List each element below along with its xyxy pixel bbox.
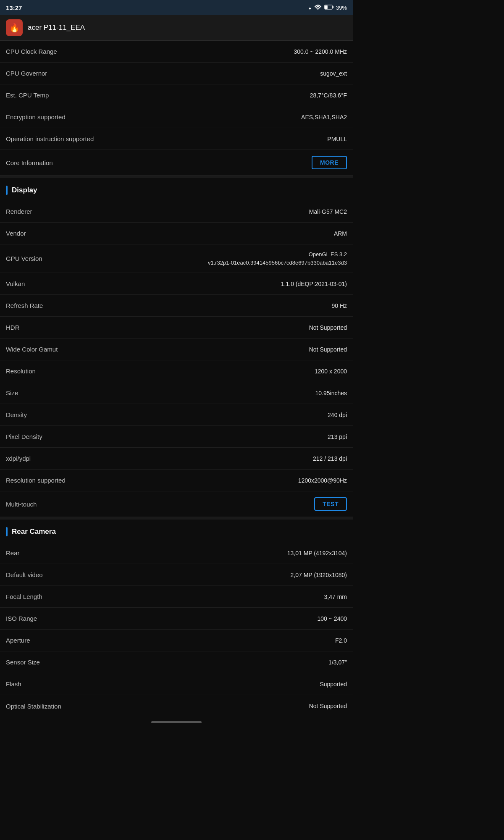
multitouch-label: Multi-touch [6, 501, 37, 508]
nav-bar [0, 717, 353, 727]
app-icon-glyph: 🔥 [9, 23, 20, 33]
optical-stabilization-row: Optical Stabilization Not Supported [0, 695, 353, 717]
core-information-label: Core Information [6, 159, 53, 166]
encryption-value: AES,SHA1,SHA2 [71, 114, 347, 121]
renderer-label: Renderer [6, 208, 32, 215]
gpu-version-value: OpenGL ES 3.2v1.r32p1-01eac0.394145956bc… [47, 250, 347, 267]
cpu-governor-value: sugov_ext [52, 70, 347, 77]
optical-stabilization-label: Optical Stabilization [6, 703, 61, 710]
cpu-temp-value: 28,7°C/83,6°F [54, 92, 347, 99]
core-information-button[interactable]: MORE [312, 156, 347, 169]
aperture-value: F2.0 [35, 637, 347, 644]
rear-value: 13,01 MP (4192x3104) [25, 550, 347, 556]
density-row: Density 240 dpi [0, 404, 353, 426]
core-information-row: Core Information MORE [0, 150, 353, 176]
wifi-icon [314, 4, 322, 11]
battery-indicator [324, 5, 333, 11]
svg-rect-2 [333, 6, 333, 8]
vulkan-label: Vulkan [6, 280, 25, 287]
resolution-row: Resolution 504 x 840 [0, 360, 353, 382]
default-video-label: Default video [6, 571, 43, 578]
vendor-row: Vendor ARM [0, 223, 353, 244]
encryption-label: Encryption supported [6, 113, 66, 121]
display-section: Display Renderer Mali-G57 MC2 Vendor ARM… [0, 178, 353, 517]
resolution-label: Resolution [6, 368, 36, 375]
cpu-governor-row: CPU Governor sugov_ext [0, 63, 353, 84]
operation-instruction-row: Operation instruction supported PMULL [0, 128, 353, 150]
gpu-version-label: GPU Version [6, 255, 42, 262]
resolution-supported-value: 504x840@90Hz [71, 477, 347, 484]
app-title: acer P11-11_EEA [28, 24, 85, 32]
status-icons: ⬥ 39% [308, 4, 347, 11]
sensor-size-row: Sensor Size 1/3,07" [0, 651, 353, 673]
aperture-row: Aperture F2.0 [0, 630, 353, 651]
rear-camera-section: Rear Camera Rear 13,01 MP (4192x3104) De… [0, 520, 353, 717]
gpu-version-row: GPU Version OpenGL ES 3.2v1.r32p1-01eac0… [0, 244, 353, 273]
operation-instruction-label: Operation instruction supported [6, 135, 94, 142]
hdr-row: HDR Not Supported [0, 317, 353, 339]
iso-range-label: ISO Range [6, 615, 37, 622]
cpu-clock-range-row: CPU Clock Range 300.0 ~ 2200.0 MHz [0, 41, 353, 63]
size-row: Size 10.95inches [0, 382, 353, 404]
renderer-row: Renderer Mali-G57 MC2 [0, 201, 353, 223]
cpu-section: CPU Clock Range 300.0 ~ 2200.0 MHz CPU G… [0, 41, 353, 176]
density-value: 240 dpi [32, 412, 347, 418]
app-header: 🔥 acer P11-11_EEA [0, 15, 353, 41]
pixel-density-value: 213 ppi [47, 433, 347, 440]
renderer-value: Mali-G57 MC2 [37, 208, 347, 215]
status-bar: 13:27 ⬥ 39% [0, 0, 353, 15]
rear-camera-header-bar [6, 527, 8, 536]
vulkan-row: Vulkan 1.1.0 (dEQP:2021-03-01) [0, 273, 353, 295]
flash-value: Supported [26, 681, 347, 688]
vendor-value: ARM [31, 230, 347, 237]
hdr-value: Not Supported [25, 324, 347, 331]
sensor-size-label: Sensor Size [6, 659, 40, 666]
rear-label: Rear [6, 549, 20, 556]
display-section-header: Display [0, 178, 353, 201]
vendor-label: Vendor [6, 230, 26, 237]
signal-icon: ⬥ [308, 5, 312, 11]
resolution-supported-row: Resolution supported 504x840@90Hz [0, 470, 353, 491]
display-section-title: Display [12, 186, 37, 194]
status-time: 13:27 [6, 4, 22, 11]
size-label: Size [6, 389, 18, 396]
rear-camera-section-title: Rear Camera [12, 528, 56, 536]
iso-range-row: ISO Range 100 ~ 2400 [0, 608, 353, 630]
pixel-density-row: Pixel Density 213 ppi [0, 426, 353, 448]
rear-row: Rear 13,01 MP (4192x3104) [0, 542, 353, 564]
xdpi-ydpi-row: xdpi/ydpi 212 / 213 dpi [0, 448, 353, 470]
refresh-rate-value: 90 Hz [48, 302, 347, 309]
iso-range-value: 100 ~ 2400 [42, 615, 347, 622]
focal-length-value: 3,47 mm [47, 593, 347, 600]
xdpi-ydpi-value: 212 / 213 dpi [36, 455, 347, 462]
aperture-label: Aperture [6, 637, 30, 644]
multitouch-row: Multi-touch TEST [0, 491, 353, 517]
focal-length-label: Focal Length [6, 593, 42, 600]
hdr-label: HDR [6, 324, 20, 331]
flash-row: Flash Supported [0, 673, 353, 695]
svg-point-0 [318, 9, 318, 10]
wide-color-gamut-row: Wide Color Gamut Not Supported [0, 339, 353, 360]
pixel-density-label: Pixel Density [6, 433, 42, 440]
app-icon: 🔥 [6, 19, 23, 36]
vulkan-value: 1.1.0 (dEQP:2021-03-01) [30, 281, 347, 287]
default-video-value: 2,07 MP (1920x1080) [48, 572, 347, 578]
encryption-row: Encryption supported AES,SHA1,SHA2 [0, 106, 353, 128]
focal-length-row: Focal Length 3,47 mm [0, 586, 353, 608]
cpu-governor-label: CPU Governor [6, 70, 47, 77]
wide-color-gamut-label: Wide Color Gamut [6, 346, 58, 353]
resolution-value: 504 x 840 [41, 368, 347, 375]
resolution-supported-label: Resolution supported [6, 477, 66, 484]
wide-color-gamut-value: Not Supported [63, 346, 347, 353]
cpu-clock-range-value: 300.0 ~ 2200.0 MHz [62, 48, 347, 55]
cpu-temp-row: Est. CPU Temp 28,7°C/83,6°F [0, 84, 353, 106]
display-header-bar [6, 186, 8, 195]
multitouch-test-button[interactable]: TEST [314, 497, 347, 511]
rear-camera-section-header: Rear Camera [0, 520, 353, 542]
sensor-size-value: 1/3,07" [45, 659, 347, 666]
svg-rect-3 [325, 5, 328, 9]
size-value: 10.95inches [23, 390, 347, 396]
flash-label: Flash [6, 680, 21, 688]
refresh-rate-label: Refresh Rate [6, 302, 43, 309]
operation-instruction-value: PMULL [99, 136, 347, 142]
